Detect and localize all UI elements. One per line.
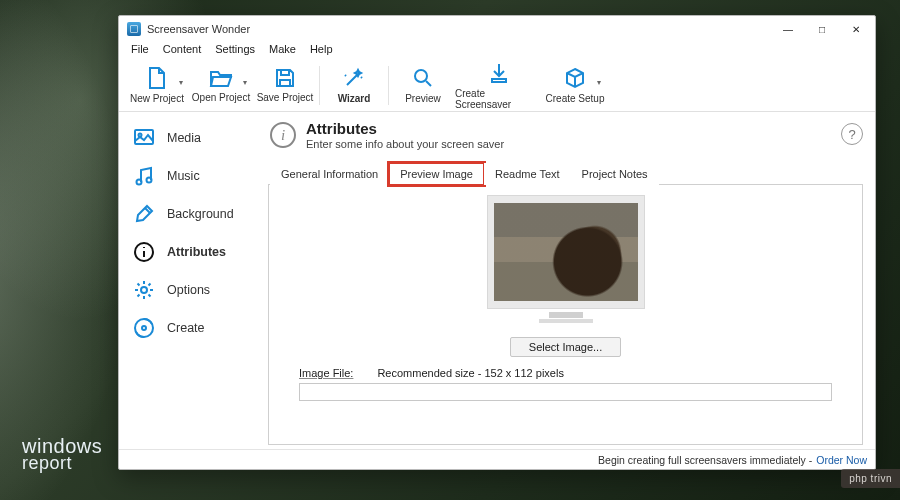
sidebar-item-create[interactable]: Create [123,310,260,346]
sidebar-item-label: Create [167,321,205,335]
toolbar-label: Create Screensaver [455,88,543,110]
disc-icon [133,317,155,339]
gear-icon [133,279,155,301]
tab-page: Select Image... Image File: Recommended … [268,185,863,445]
tab-general[interactable]: General Information [270,163,389,185]
toolbar-label: New Project [130,93,184,104]
download-icon [489,62,509,86]
chevron-down-icon: ▾ [179,78,183,87]
statusbar: Begin creating full screensavers immedia… [119,449,875,469]
content-header: i Attributes Enter some info about your … [268,118,863,156]
file-icon [147,67,167,91]
music-icon [133,165,155,187]
toolbar-label: Open Project [192,92,250,103]
chevron-down-icon: ▾ [243,78,247,87]
info-icon [133,241,155,263]
watermark: windows report [22,436,102,472]
media-icon [133,127,155,149]
toolbar-separator [319,66,320,105]
recommended-size-label: Recommended size - 152 x 112 pixels [377,367,563,379]
tab-preview-image[interactable]: Preview Image [389,163,484,185]
sidebar-item-label: Attributes [167,245,226,259]
menubar: File Content Settings Make Help [119,42,875,60]
svg-point-4 [147,178,152,183]
create-screensaver-button[interactable]: Create Screensaver [455,60,543,111]
image-file-input[interactable] [299,383,832,401]
tab-readme[interactable]: Readme Text [484,163,571,185]
menu-file[interactable]: File [125,42,155,60]
preview-button[interactable]: Preview [391,60,455,111]
close-button[interactable]: ✕ [839,16,873,42]
sidebar-item-background[interactable]: Background [123,196,260,232]
sidebar-item-music[interactable]: Music [123,158,260,194]
svg-point-6 [141,287,147,293]
sidebar-item-label: Media [167,131,201,145]
sidebar-item-attributes[interactable]: Attributes [123,234,260,270]
app-icon [127,22,141,36]
new-project-button[interactable]: New Project ▾ [125,60,189,111]
toolbar: New Project ▾ Open Project ▾ Save Projec… [119,60,875,112]
menu-settings[interactable]: Settings [209,42,261,60]
sidebar-item-media[interactable]: Media [123,120,260,156]
preview-monitor [487,195,645,309]
open-project-button[interactable]: Open Project ▾ [189,60,253,111]
search-icon [412,67,434,91]
monitor-stand [549,312,583,318]
help-button[interactable]: ? [841,123,863,145]
toolbar-label: Save Project [257,92,314,103]
toolbar-separator [388,66,389,105]
select-image-button[interactable]: Select Image... [510,337,621,357]
sidebar-item-options[interactable]: Options [123,272,260,308]
app-window: Screensaver Wonder — □ ✕ File Content Se… [118,15,876,470]
order-now-link[interactable]: Order Now [816,454,867,466]
svg-point-8 [142,326,146,330]
sidebar-item-label: Music [167,169,200,183]
info-icon: i [270,122,296,148]
maximize-button[interactable]: □ [805,16,839,42]
svg-point-0 [415,70,427,82]
svg-point-3 [137,180,142,185]
brush-icon [133,203,155,225]
chevron-down-icon: ▾ [597,78,601,87]
page-title: Attributes [306,120,504,137]
wand-icon [343,67,365,91]
toolbar-label: Wizard [338,93,371,104]
package-icon [564,67,586,91]
monitor-base [539,319,593,323]
minimize-button[interactable]: — [771,16,805,42]
folder-open-icon [209,68,233,90]
titlebar[interactable]: Screensaver Wonder — □ ✕ [119,16,875,42]
tab-project-notes[interactable]: Project Notes [571,163,659,185]
save-icon [275,68,295,90]
toolbar-label: Preview [405,93,441,104]
sidebar: Media Music Background Attributes Option… [119,112,264,449]
wizard-button[interactable]: Wizard [322,60,386,111]
toolbar-label: Create Setup [546,93,605,104]
footer-text: Begin creating full screensavers immedia… [598,454,812,466]
tabs: General Information Preview Image Readme… [268,156,863,185]
preview-image [494,203,638,301]
menu-help[interactable]: Help [304,42,339,60]
image-file-row: Image File: Recommended size - 152 x 112… [299,367,832,379]
content-pane: i Attributes Enter some info about your … [264,112,875,449]
body: Media Music Background Attributes Option… [119,112,875,449]
menu-make[interactable]: Make [263,42,302,60]
save-project-button[interactable]: Save Project [253,60,317,111]
window-title: Screensaver Wonder [147,23,250,35]
create-setup-button[interactable]: Create Setup ▾ [543,60,607,111]
sidebar-item-label: Options [167,283,210,297]
page-subtitle: Enter some info about your screen saver [306,138,504,150]
corner-badge: php trivn [841,469,900,488]
sidebar-item-label: Background [167,207,234,221]
menu-content[interactable]: Content [157,42,208,60]
image-file-label: Image File: [299,367,353,379]
